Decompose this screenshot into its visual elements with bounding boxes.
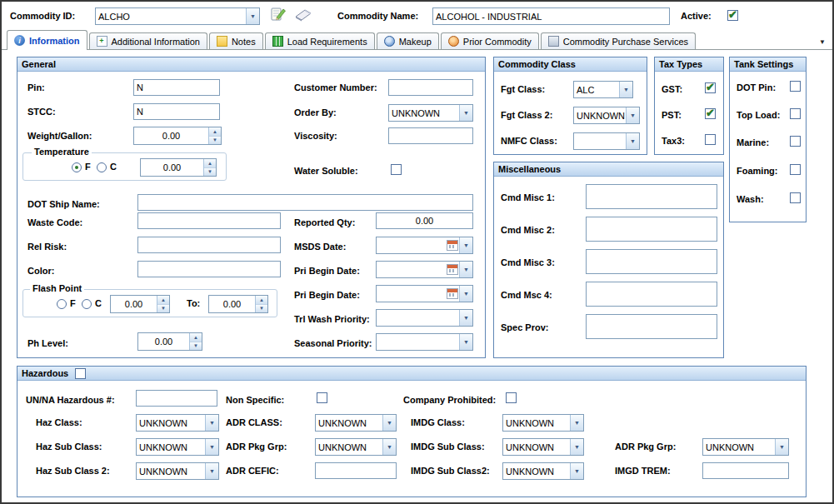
weight-gallon-input[interactable] bbox=[134, 127, 208, 144]
weight-gallon-stepper[interactable]: ▲ ▼ bbox=[133, 127, 222, 145]
hazardous-checkbox[interactable] bbox=[75, 368, 86, 379]
flash-point-f-radio[interactable] bbox=[57, 299, 67, 309]
eraser-icon[interactable] bbox=[294, 8, 312, 23]
chevron-down-icon[interactable]: ▼ bbox=[459, 334, 472, 350]
spec-prov-input[interactable] bbox=[586, 314, 717, 339]
water-soluble-checkbox[interactable] bbox=[391, 164, 402, 175]
fgt-class-select[interactable]: ALC ▼ bbox=[573, 81, 633, 98]
tab-prior-commodity[interactable]: Prior Commodity bbox=[441, 32, 539, 49]
active-checkbox[interactable] bbox=[727, 10, 738, 21]
adr-class-select[interactable]: UNKNOWN ▼ bbox=[315, 414, 397, 432]
imdg-class-select[interactable]: UNKNOWN ▼ bbox=[502, 414, 584, 432]
top-load-checkbox[interactable] bbox=[790, 108, 801, 119]
rel-risk-input[interactable] bbox=[137, 237, 281, 253]
un-na-hazardous-input[interactable] bbox=[136, 390, 217, 407]
cmd-misc2-input[interactable] bbox=[586, 217, 717, 242]
spinner-up-icon[interactable]: ▲ bbox=[204, 159, 216, 168]
adr-pkg-grp-select[interactable]: UNKNOWN ▼ bbox=[315, 438, 397, 456]
msds-date-picker[interactable]: ▼ bbox=[376, 237, 473, 254]
viscosity-input[interactable] bbox=[388, 127, 473, 144]
spinner-up-icon[interactable]: ▲ bbox=[190, 333, 202, 342]
stcc-input[interactable] bbox=[133, 103, 220, 120]
haz-sub-class-select[interactable]: UNKNOWN ▼ bbox=[136, 438, 219, 456]
temperature-c-radio[interactable] bbox=[97, 162, 107, 172]
chevron-down-icon[interactable]: ▼ bbox=[205, 439, 218, 455]
dot-pin-checkbox[interactable] bbox=[790, 81, 801, 92]
color-input[interactable] bbox=[137, 261, 281, 277]
calendar-icon[interactable] bbox=[447, 288, 458, 299]
cmd-misc3-input[interactable] bbox=[586, 249, 717, 274]
seasonal-priority-select[interactable]: ▼ bbox=[376, 333, 473, 351]
pri-begin-date2-picker[interactable]: ▼ bbox=[376, 285, 473, 302]
waste-code-input[interactable] bbox=[137, 212, 281, 229]
chevron-down-icon[interactable]: ▼ bbox=[775, 439, 788, 455]
flash-point-to-input[interactable] bbox=[209, 296, 255, 312]
spinner-up-icon[interactable]: ▲ bbox=[209, 127, 221, 137]
gst-checkbox[interactable] bbox=[705, 82, 716, 93]
pin-input[interactable] bbox=[133, 79, 220, 96]
temperature-input[interactable] bbox=[141, 159, 203, 176]
wash-checkbox[interactable] bbox=[790, 192, 801, 203]
imgd-trem-input[interactable] bbox=[702, 462, 789, 479]
chevron-down-icon[interactable]: ▼ bbox=[626, 107, 639, 123]
chevron-down-icon[interactable]: ▼ bbox=[459, 262, 472, 277]
spinner-down-icon[interactable]: ▼ bbox=[157, 305, 169, 313]
reported-qty-input[interactable] bbox=[376, 212, 473, 229]
tab-load-requirements[interactable]: Load Requirements bbox=[265, 32, 375, 49]
temperature-stepper[interactable]: ▲ ▼ bbox=[140, 158, 217, 177]
adr-cefic-input[interactable] bbox=[315, 462, 397, 479]
non-specific-checkbox[interactable] bbox=[317, 392, 327, 403]
spinner-up-icon[interactable]: ▲ bbox=[157, 296, 169, 305]
spinner-down-icon[interactable]: ▼ bbox=[190, 342, 202, 351]
haz-sub-class2-select[interactable]: UNKNOWN ▼ bbox=[136, 462, 219, 480]
edit-note-icon[interactable] bbox=[269, 5, 287, 25]
spinner-down-icon[interactable]: ▼ bbox=[209, 137, 221, 145]
adr-pkg-grp2-select[interactable]: UNKNOWN ▼ bbox=[702, 438, 789, 456]
flash-point-to-stepper[interactable]: ▲ ▼ bbox=[208, 295, 268, 313]
chevron-down-icon[interactable]: ▼ bbox=[382, 415, 396, 431]
chevron-down-icon[interactable]: ▼ bbox=[246, 8, 259, 24]
tab-information[interactable]: Information bbox=[7, 30, 87, 50]
chevron-down-icon[interactable]: ▼ bbox=[459, 105, 472, 121]
chevron-down-icon[interactable]: ▼ bbox=[459, 286, 472, 302]
calendar-icon[interactable] bbox=[447, 240, 458, 251]
tab-overflow-button[interactable]: ▼ bbox=[819, 38, 826, 46]
chevron-down-icon[interactable]: ▼ bbox=[626, 133, 639, 149]
chevron-down-icon[interactable]: ▼ bbox=[382, 439, 396, 455]
chevron-down-icon[interactable]: ▼ bbox=[619, 82, 632, 97]
temperature-f-radio[interactable] bbox=[72, 162, 82, 172]
flash-point-input[interactable] bbox=[111, 296, 157, 312]
cmd-msc4-input[interactable] bbox=[586, 282, 717, 307]
pst-checkbox[interactable] bbox=[705, 108, 716, 119]
tab-commodity-purchase-services[interactable]: Commodity Purchase Services bbox=[541, 32, 696, 49]
chevron-down-icon[interactable]: ▼ bbox=[570, 439, 583, 455]
spinner-up-icon[interactable]: ▲ bbox=[256, 296, 267, 305]
flash-point-stepper[interactable]: ▲ ▼ bbox=[110, 295, 170, 313]
chevron-down-icon[interactable]: ▼ bbox=[459, 237, 472, 253]
fgt-class2-select[interactable]: UNKNOWN ▼ bbox=[573, 107, 640, 124]
dot-ship-name-input[interactable] bbox=[137, 194, 473, 211]
chevron-down-icon[interactable]: ▼ bbox=[205, 463, 218, 479]
cmd-misc1-input[interactable] bbox=[586, 184, 717, 209]
chevron-down-icon[interactable]: ▼ bbox=[570, 415, 583, 431]
ph-level-input[interactable] bbox=[138, 333, 189, 350]
chevron-down-icon[interactable]: ▼ bbox=[459, 310, 472, 326]
nmfc-class-select[interactable]: ▼ bbox=[573, 132, 640, 150]
trl-wash-priority-select[interactable]: ▼ bbox=[376, 309, 473, 327]
pri-begin-date-picker[interactable]: ▼ bbox=[376, 261, 473, 278]
company-prohibited-checkbox[interactable] bbox=[506, 392, 517, 403]
tax3-checkbox[interactable] bbox=[705, 134, 716, 145]
spinner-down-icon[interactable]: ▼ bbox=[256, 305, 267, 313]
tab-makeup[interactable]: Makeup bbox=[377, 32, 439, 49]
ph-level-stepper[interactable]: ▲ ▼ bbox=[137, 332, 202, 351]
imdg-sub-class-select[interactable]: UNKNOWN ▼ bbox=[502, 438, 584, 456]
flash-point-c-radio[interactable] bbox=[82, 299, 92, 309]
tab-additional-information[interactable]: Additional Information bbox=[89, 32, 207, 49]
haz-class-select[interactable]: UNKNOWN ▼ bbox=[136, 414, 219, 432]
commodity-name-input[interactable] bbox=[432, 7, 670, 25]
marine-checkbox[interactable] bbox=[790, 136, 801, 147]
commodity-id-select[interactable]: ALCHO ▼ bbox=[95, 7, 260, 25]
order-by-select[interactable]: UNKNOWN ▼ bbox=[388, 104, 473, 122]
chevron-down-icon[interactable]: ▼ bbox=[205, 415, 218, 431]
spinner-down-icon[interactable]: ▼ bbox=[204, 168, 216, 177]
